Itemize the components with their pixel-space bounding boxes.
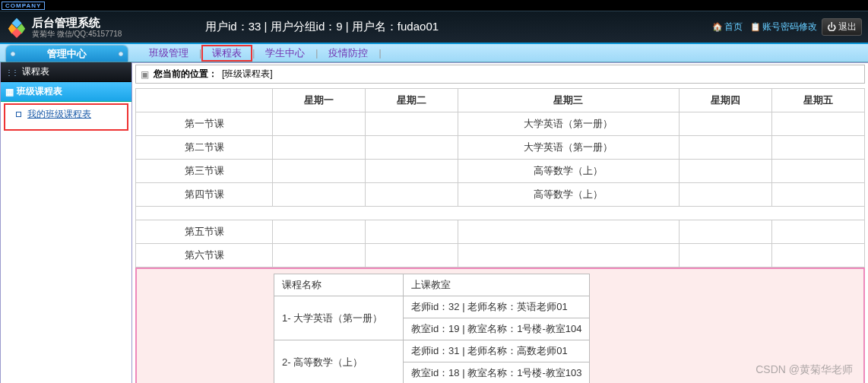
- cell: [680, 220, 772, 244]
- nav-links: 班级管理| 课程表| 学生中心| 疫情防控|: [129, 44, 382, 62]
- sidebar-root-label: 课程表: [22, 65, 49, 78]
- gap-row: [136, 207, 865, 220]
- cell: [273, 136, 366, 160]
- info-h1: 课程名称: [274, 274, 404, 296]
- cell: [365, 160, 458, 183]
- table-row: 第四节课高等数学（上）: [136, 183, 865, 207]
- row-label: 第三节课: [136, 160, 273, 183]
- crumb-label: 您当前的位置：: [154, 68, 217, 81]
- table-row: 第一节课大学英语（第一册）: [136, 112, 865, 136]
- book-icon: ▣: [141, 69, 149, 80]
- col-fri: 星期五: [772, 89, 865, 112]
- table-row: 第三节课高等数学（上）: [136, 160, 865, 183]
- grid-icon: ▦: [5, 87, 14, 97]
- cell: [365, 136, 458, 160]
- main: ▣ 您当前的位置： [班级课程表] 星期一 星期二 星期三 星期四 星期五 第一…: [132, 62, 868, 383]
- cell: [365, 244, 458, 267]
- cell: [680, 160, 772, 183]
- cell: [365, 112, 458, 136]
- nav-tab-admin[interactable]: 管理中心: [6, 46, 128, 62]
- breadcrumb: ▣ 您当前的位置： [班级课程表]: [135, 65, 865, 84]
- cell: [680, 136, 772, 160]
- cell: [365, 183, 458, 207]
- square-icon: [16, 112, 21, 117]
- sidebar-category-label: 班级课程表: [17, 85, 62, 98]
- sidebar-category[interactable]: ▦班级课程表: [1, 82, 131, 102]
- company-bar: COMPANY: [0, 0, 868, 11]
- row-label: 第五节课: [136, 220, 273, 244]
- cell: [680, 183, 772, 207]
- info-row: 2- 高等数学（上） 老师id：31 | 老师名称：高数老师01: [274, 340, 590, 362]
- nav-link-schedule[interactable]: 课程表: [201, 45, 252, 62]
- sidebar-item-label: 我的班级课程表: [27, 108, 91, 121]
- sidebar-root[interactable]: 课程表: [1, 62, 131, 82]
- cell: [458, 220, 680, 244]
- system-title: 后台管理系统: [32, 16, 122, 30]
- nav-link-epidemic[interactable]: 疫情防控: [318, 46, 379, 60]
- info-teacher-1: 老师id：32 | 老师名称：英语老师01: [404, 296, 590, 318]
- col-thu: 星期四: [680, 89, 772, 112]
- row-label: 第一节课: [136, 112, 273, 136]
- info-panel: 课程名称 上课教室 1- 大学英语（第一册） 老师id：32 | 老师名称：英语…: [135, 267, 865, 383]
- col-wed: 星期三: [458, 89, 680, 112]
- table-row: 第二节课大学英语（第一册）: [136, 136, 865, 160]
- logout-label: 退出: [838, 21, 857, 33]
- cell: 大学英语（第一册）: [458, 136, 680, 160]
- info-row: 1- 大学英语（第一册） 老师id：32 | 老师名称：英语老师01: [274, 296, 590, 318]
- list-icon: 📋: [750, 22, 761, 32]
- col-tue: 星期二: [365, 89, 458, 112]
- header: 后台管理系统 黄菊华 微信/QQ:45157718 用户id：33 | 用户分组…: [0, 11, 868, 43]
- cell: 高等数学（上）: [458, 183, 680, 207]
- system-subtitle: 黄菊华 微信/QQ:45157718: [32, 30, 122, 39]
- sidebar: 课程表 ▦班级课程表 我的班级课程表: [0, 62, 132, 383]
- cell: [273, 220, 366, 244]
- info-h2: 上课教室: [404, 274, 590, 296]
- table-row: 第六节课: [136, 244, 865, 267]
- schedule-table-wrap: 星期一 星期二 星期三 星期四 星期五 第一节课大学英语（第一册） 第二节课大学…: [135, 88, 865, 267]
- password-link[interactable]: 📋账号密码修改: [747, 19, 820, 35]
- row-label: 第四节课: [136, 183, 273, 207]
- cell: [772, 112, 865, 136]
- cell: 高等数学（上）: [458, 160, 680, 183]
- cell: [772, 220, 865, 244]
- company-tag: COMPANY: [2, 2, 45, 10]
- body-row: 课程表 ▦班级课程表 我的班级课程表 ▣ 您当前的位置： [班级课程表] 星期一…: [0, 62, 868, 383]
- col-blank: [136, 89, 273, 112]
- cell: [365, 220, 458, 244]
- cell: [772, 183, 865, 207]
- info-course-1: 1- 大学英语（第一册）: [274, 296, 404, 340]
- cell: [458, 244, 680, 267]
- table-row: 第五节课: [136, 220, 865, 244]
- row-label: 第六节课: [136, 244, 273, 267]
- header-actions: 🏠首页 📋账号密码修改 ⏻退出: [709, 18, 868, 36]
- cell: [273, 112, 366, 136]
- cell: [772, 244, 865, 267]
- sidebar-item-highlight: 我的班级课程表: [4, 103, 128, 131]
- nav-link-class[interactable]: 班级管理: [138, 46, 199, 60]
- logout-button[interactable]: ⏻退出: [822, 18, 862, 36]
- info-table: 课程名称 上课教室 1- 大学英语（第一册） 老师id：32 | 老师名称：英语…: [274, 274, 590, 383]
- cell: [680, 112, 772, 136]
- nav-row: 管理中心 班级管理| 课程表| 学生中心| 疫情防控|: [0, 43, 868, 62]
- nav-link-student[interactable]: 学生中心: [255, 46, 315, 60]
- info-course-2: 2- 高等数学（上）: [274, 340, 404, 384]
- dots-icon: [5, 67, 17, 78]
- password-label: 账号密码修改: [762, 21, 817, 33]
- cell: [273, 160, 366, 183]
- info-room-2: 教室id：18 | 教室名称：1号楼-教室103: [404, 362, 590, 384]
- home-link[interactable]: 🏠首页: [709, 19, 746, 35]
- home-icon: 🏠: [712, 22, 723, 32]
- cell: [772, 136, 865, 160]
- cell: [273, 244, 366, 267]
- nav-sep: |: [379, 48, 381, 59]
- info-room-1: 教室id：19 | 教室名称：1号楼-教室104: [404, 318, 590, 340]
- cell: [680, 244, 772, 267]
- sidebar-item-my-schedule[interactable]: 我的班级课程表: [16, 108, 122, 121]
- power-icon: ⏻: [827, 22, 836, 33]
- info-header-row: 课程名称 上课教室: [274, 274, 590, 296]
- table-header-row: 星期一 星期二 星期三 星期四 星期五: [136, 89, 865, 112]
- row-label: 第二节课: [136, 136, 273, 160]
- info-teacher-2: 老师id：31 | 老师名称：高数老师01: [404, 340, 590, 362]
- logo-icon: [6, 17, 27, 38]
- crumb-value: [班级课程表]: [222, 68, 273, 81]
